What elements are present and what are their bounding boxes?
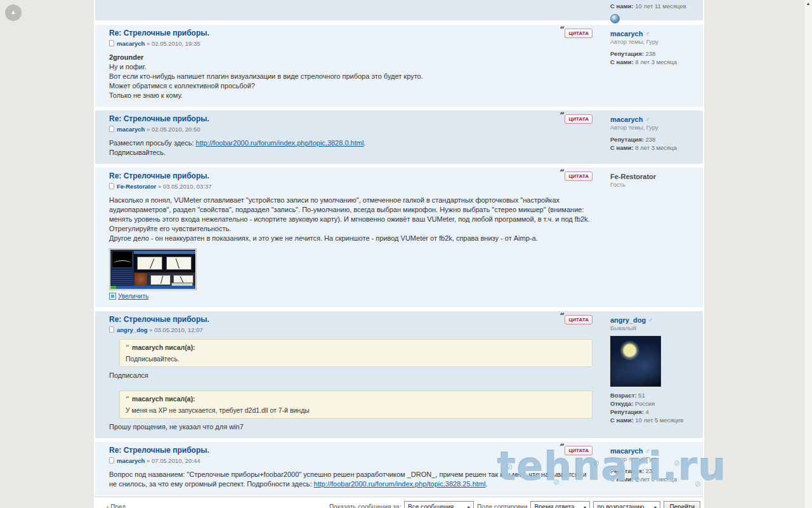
profile-name-link[interactable]: macarych <box>610 447 643 455</box>
poster-profile: macarych ♂ Автор темы, Гуру Репутация: 2… <box>604 442 703 495</box>
globe-icon[interactable] <box>610 14 620 23</box>
post-body: Насколько я понял, VUMeter отлавливает "… <box>109 196 594 301</box>
quote-button[interactable]: “ЦИТАТА <box>565 114 593 124</box>
author-link[interactable]: angry_dog <box>117 326 148 333</box>
profile-rank: Автор темы, Гуру <box>610 124 697 131</box>
quote-mark-icon: “ <box>560 110 564 120</box>
quote-mark-icon: “ <box>560 25 564 34</box>
post-date: 07.05.2010, 20:44 <box>152 457 200 464</box>
author-link[interactable]: macarych <box>117 40 145 47</box>
post-title[interactable]: Re: Стрелочные приборы. <box>109 29 209 37</box>
magnify-icon <box>109 293 116 300</box>
quote-block: “macarych писал(а): Подписывайтесь. <box>119 339 593 367</box>
show-posts-label: Показать сообщения за: <box>329 504 401 508</box>
sort-field-label: Поле сортировки <box>477 504 527 508</box>
profile-name-link[interactable]: angry_dog <box>610 316 646 324</box>
quote-mark-icon: “ <box>126 344 129 351</box>
post-partial: С нами: 10 лет 11 месяцев <box>95 0 703 20</box>
show-posts-select[interactable]: Все сообщения <box>404 501 474 508</box>
post-icon <box>109 183 114 189</box>
sort-field-select[interactable]: Время ответа <box>530 501 590 508</box>
male-icon: ♂ <box>645 30 650 37</box>
profile-rank: Автор темы, Гуру <box>610 38 697 45</box>
author-link[interactable]: Fe-Restorator <box>117 183 156 190</box>
post-body: Разместил просьбу здесь: http://foobar20… <box>109 138 594 157</box>
topic-link[interactable]: http://foobar2000.ru/forum/index.php/top… <box>314 480 486 488</box>
post: Re: Стрелочные приборы. “ЦИТАТА angry_do… <box>95 311 703 438</box>
quote-button[interactable]: “ЦИТАТА <box>565 315 593 324</box>
post: Re: Стрелочные приборы. “ЦИТАТА macarych… <box>95 25 703 107</box>
quote-block: “macarych писал(а): У меня на XP не запу… <box>119 391 593 418</box>
prev-page-link[interactable]: ‹ Пред. <box>107 504 128 508</box>
poster-profile: angry_dog ♂ Бывалый Возраст: 51 Откуда: … <box>604 311 703 438</box>
male-icon: ♂ <box>645 447 650 455</box>
post-icon <box>109 126 114 132</box>
scrollbar-up-icon[interactable]: ▲ <box>804 0 812 8</box>
profile-name-link[interactable]: macarych <box>610 30 643 37</box>
profile-rank: Гость <box>610 181 697 188</box>
author-link[interactable]: macarych <box>117 457 145 464</box>
topic-link[interactable]: http://foobar2000.ru/forum/index.php/top… <box>196 139 364 147</box>
post-body: “macarych писал(а): Подписывайтесь. Подп… <box>109 339 594 432</box>
post-date: 02.05.2010, 20:50 <box>152 126 200 133</box>
joined-value: 10 лет 11 месяцев <box>635 3 686 10</box>
enlarge-link[interactable]: Увеличить <box>118 293 148 300</box>
poster-profile: Fe-Restorator Гость <box>604 168 703 307</box>
post: Re: Стрелочные приборы. “ЦИТАТА macarych… <box>95 110 703 164</box>
quote-mark-icon: “ <box>560 168 564 177</box>
post-date: 03.05.2010, 03:37 <box>163 183 212 190</box>
quote-button[interactable]: “ЦИТАТА <box>565 171 593 181</box>
post-icon <box>109 326 114 333</box>
scrollbar[interactable]: ▲ <box>804 0 812 508</box>
scroll-to-top-button[interactable]: ▲ <box>5 4 22 21</box>
post-title[interactable]: Re: Стрелочные приборы. <box>109 315 209 324</box>
attachment-thumbnail[interactable] <box>109 248 197 290</box>
up-arrow-icon: ▲ <box>11 9 16 15</box>
forum-page: С нами: 10 лет 11 месяцев Re: Стрелочные… <box>94 0 704 508</box>
profile-rank: Бывалый <box>610 324 697 331</box>
author-link[interactable]: macarych <box>117 126 145 133</box>
male-icon: ♂ <box>648 316 653 324</box>
post-title[interactable]: Re: Стрелочные приборы. <box>109 114 209 123</box>
profile-name-link[interactable]: macarych <box>610 116 643 123</box>
avatar <box>610 336 661 387</box>
post-icon <box>109 40 114 46</box>
post-date: 02.05.2010, 19:35 <box>152 40 200 47</box>
post: Re: Стрелочные приборы. “ЦИТАТА macarych… <box>95 442 703 495</box>
profile-name: Fe-Restorator <box>610 173 697 180</box>
screenshot-image <box>110 250 195 289</box>
quote-mark-icon: “ <box>560 442 564 451</box>
quote-mark-icon: “ <box>126 395 129 403</box>
post-date: 03.05.2010, 12:07 <box>154 326 203 333</box>
post-icon <box>109 457 114 464</box>
post-partial-profile: С нами: 10 лет 11 месяцев <box>604 0 703 20</box>
post-title[interactable]: Re: Стрелочные приборы. <box>109 446 209 455</box>
post-partial-body <box>95 0 600 20</box>
poster-profile: macarych ♂ Автор темы, Гуру Репутация: 2… <box>604 25 703 107</box>
post: Re: Стрелочные приборы. “ЦИТАТА Fe-Resto… <box>95 168 703 307</box>
sort-go-button[interactable]: Перейти <box>664 501 700 508</box>
post-body: 2grounder Ну и пофиг. Вот если кто-нибуд… <box>109 53 594 100</box>
quote-button[interactable]: “ЦИТАТА <box>565 29 593 38</box>
post-title[interactable]: Re: Стрелочные приборы. <box>109 171 209 180</box>
sort-direction-select[interactable]: по возрастанию <box>593 501 660 508</box>
post-body: Вопрос под названием: "Стрелочные прибор… <box>109 470 594 489</box>
poster-profile: macarych ♂ Автор темы, Гуру Репутация: 2… <box>604 110 703 164</box>
quote-mark-icon: “ <box>560 311 564 321</box>
male-icon: ♂ <box>645 116 650 123</box>
profile-rank: Автор темы, Гуру <box>610 455 697 462</box>
quote-button[interactable]: “ЦИТАТА <box>565 446 593 455</box>
